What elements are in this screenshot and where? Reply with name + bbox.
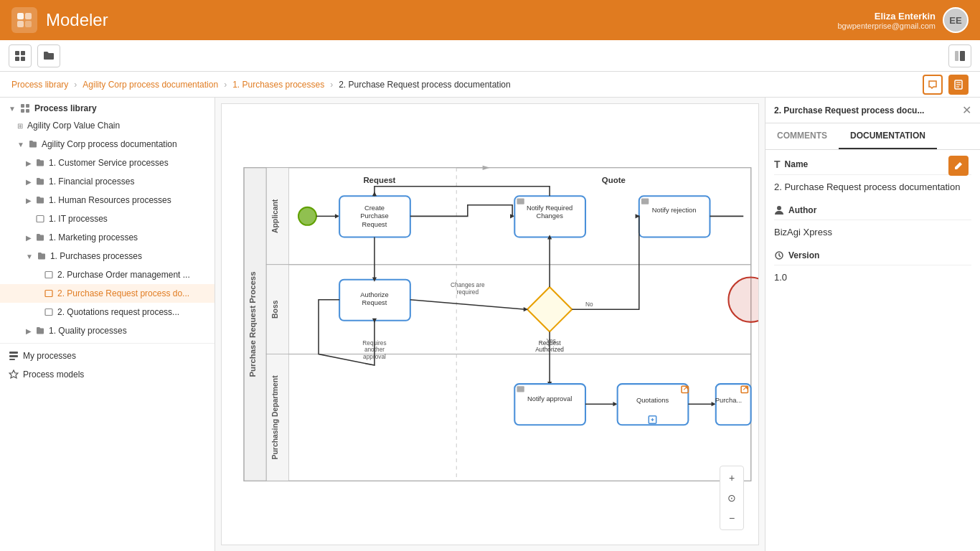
documentation-button[interactable] bbox=[948, 75, 969, 95]
sidebar-item-purchase-order[interactable]: ▶ 2. Purchase Order management ... bbox=[0, 265, 215, 284]
sidebar-header[interactable]: ▼ Process library bbox=[0, 98, 215, 116]
sidebar-item-my-processes[interactable]: My processes bbox=[0, 347, 215, 365]
svg-text:Applicant: Applicant bbox=[271, 199, 279, 233]
panel-section-version-title: Version bbox=[774, 250, 971, 265]
breadcrumb-sep-3: › bbox=[330, 80, 333, 90]
svg-rect-24 bbox=[9, 359, 15, 360]
svg-rect-7 bbox=[21, 57, 25, 61]
svg-text:Request: Request bbox=[362, 221, 387, 228]
folder-button[interactable] bbox=[37, 44, 60, 67]
breadcrumb-process-library[interactable]: Process library bbox=[11, 80, 68, 90]
zoom-reset-button[interactable]: ⊙ bbox=[723, 489, 740, 507]
panel-author-value: BizAgi Xpress bbox=[774, 226, 971, 239]
svg-rect-1 bbox=[25, 13, 32, 19]
sidebar-item-purchase-request[interactable]: ▶ 2. Purchase Request process do... bbox=[0, 284, 215, 303]
right-panel-close-button[interactable]: ✕ bbox=[962, 103, 971, 117]
svg-rect-52 bbox=[517, 198, 524, 204]
sidebar-label-quality: 1. Quality processes bbox=[49, 326, 127, 336]
svg-text:Notify rejection: Notify rejection bbox=[652, 207, 697, 214]
user-name: Eliza Enterkin bbox=[837, 11, 936, 22]
panel-section-author-title: Author bbox=[774, 205, 971, 220]
sidebar-item-customer[interactable]: ▶ 1. Customer Service processes bbox=[0, 154, 215, 172]
svg-rect-6 bbox=[15, 57, 19, 61]
app-title: Modeler bbox=[46, 10, 108, 30]
app-header: Modeler Eliza Enterkin bgwpenterprise@gm… bbox=[0, 0, 980, 40]
svg-point-102 bbox=[777, 206, 781, 210]
svg-text:Purchase: Purchase bbox=[360, 212, 388, 220]
sidebar-item-purchases[interactable]: ▼ 1. Purchases processes bbox=[0, 247, 215, 265]
svg-rect-8 bbox=[955, 51, 958, 61]
svg-text:No: No bbox=[585, 301, 593, 308]
tab-comments[interactable]: COMMENTS bbox=[765, 123, 839, 149]
sidebar-label-purchase-request: 2. Purchase Request process do... bbox=[57, 288, 189, 298]
sidebar-label-purchase-order: 2. Purchase Order management ... bbox=[57, 270, 190, 280]
diagram-canvas[interactable]: Purchase Request Process Applicant Boss … bbox=[221, 103, 759, 545]
svg-text:Authorize: Authorize bbox=[360, 291, 388, 298]
sidebar-label-my-processes: My processes bbox=[23, 351, 76, 361]
svg-rect-15 bbox=[26, 104, 29, 108]
svg-rect-95 bbox=[716, 384, 751, 425]
svg-text:Purchase Request Process: Purchase Request Process bbox=[248, 271, 257, 377]
panel-content: T Name 2. Purchase Request process docum… bbox=[765, 150, 980, 551]
panel-section-author: Author BizAgi Xpress bbox=[774, 205, 971, 239]
breadcrumb-actions bbox=[923, 75, 969, 95]
sidebar-item-hr[interactable]: ▶ 1. Human Resources processes bbox=[0, 191, 215, 209]
sidebar-label-hr: 1. Human Resources processes bbox=[49, 195, 171, 205]
svg-text:Notify Required: Notify Required bbox=[527, 204, 573, 212]
tab-documentation[interactable]: DOCUMENTATION bbox=[839, 123, 937, 149]
sidebar-item-marketing[interactable]: ▶ 1. Marketing processes bbox=[0, 228, 215, 247]
sidebar-item-quality[interactable]: ▶ 1. Quality processes bbox=[0, 321, 215, 340]
breadcrumb-purchases[interactable]: 1. Purchases processes bbox=[232, 80, 324, 90]
sidebar-item-agility-corp[interactable]: ▼ Agility Corp process documentation bbox=[0, 135, 215, 154]
user-info: Eliza Enterkin bgwpenterprise@gmail.com bbox=[837, 11, 936, 30]
sidebar-label-financial: 1. Financial processes bbox=[49, 176, 134, 187]
svg-rect-0 bbox=[17, 13, 24, 19]
grid-view-button[interactable] bbox=[9, 44, 32, 67]
sidebar-label-quotations: 2. Quotations request process... bbox=[57, 307, 179, 317]
sidebar-item-financial[interactable]: ▶ 1. Financial processes bbox=[0, 172, 215, 191]
comment-button[interactable] bbox=[923, 75, 943, 95]
svg-rect-14 bbox=[21, 104, 24, 108]
sidebar: ▼ Process library ⊞ Agility Corp Value C… bbox=[0, 98, 215, 551]
sidebar-item-it[interactable]: ▶ 1. IT processes bbox=[0, 209, 215, 228]
sidebar-item-quotations[interactable]: ▶ 2. Quotations request process... bbox=[0, 303, 215, 321]
svg-text:Boss: Boss bbox=[271, 300, 279, 319]
avatar[interactable]: EE bbox=[943, 7, 969, 33]
sidebar-item-process-models[interactable]: Process models bbox=[0, 365, 215, 384]
svg-rect-57 bbox=[641, 198, 649, 204]
zoom-in-button[interactable]: + bbox=[723, 469, 740, 486]
right-panel-title: 2. Purchase Request process docu... bbox=[774, 105, 924, 116]
svg-rect-21 bbox=[45, 309, 52, 316]
panel-tabs: COMMENTS DOCUMENTATION bbox=[765, 123, 980, 150]
svg-text:Purchasing Department: Purchasing Department bbox=[271, 375, 279, 460]
sidebar-label-value-chain: Agility Corp Value Chain bbox=[27, 121, 120, 131]
header-right: Eliza Enterkin bgwpenterprise@gmail.com … bbox=[837, 7, 969, 33]
svg-rect-2 bbox=[17, 21, 24, 27]
sidebar-title: Process library bbox=[34, 103, 97, 113]
zoom-controls: + ⊙ − bbox=[720, 466, 744, 530]
svg-rect-9 bbox=[960, 51, 965, 61]
svg-point-43 bbox=[298, 207, 316, 225]
app-logo[interactable] bbox=[11, 7, 37, 33]
breadcrumb-agility-corp[interactable]: Agility Corp process documentation bbox=[83, 80, 218, 90]
panel-edit-button[interactable] bbox=[948, 156, 969, 176]
panel-section-version: Version 1.0 bbox=[774, 250, 971, 284]
sidebar-label-purchases: 1. Purchases processes bbox=[50, 251, 142, 261]
breadcrumb-sep-2: › bbox=[224, 80, 227, 90]
zoom-out-button[interactable]: − bbox=[723, 509, 740, 527]
panel-section-name-title: T Name bbox=[774, 159, 971, 175]
svg-rect-16 bbox=[21, 109, 24, 113]
svg-text:Notify approval: Notify approval bbox=[527, 395, 572, 402]
svg-rect-18 bbox=[37, 216, 44, 222]
sidebar-label-customer: 1. Customer Service processes bbox=[49, 158, 169, 168]
sidebar-item-value-chain[interactable]: ⊞ Agility Corp Value Chain bbox=[0, 116, 215, 135]
right-panel-header: 2. Purchase Request process docu... ✕ bbox=[765, 98, 980, 123]
svg-text:Quote: Quote bbox=[602, 176, 626, 184]
collapse-panel-button[interactable] bbox=[948, 44, 971, 67]
sidebar-label-marketing: 1. Marketing processes bbox=[49, 232, 138, 242]
svg-rect-17 bbox=[26, 109, 29, 113]
svg-text:Request: Request bbox=[362, 299, 387, 306]
svg-rect-5 bbox=[21, 51, 25, 55]
svg-rect-4 bbox=[15, 51, 19, 55]
sidebar-bottom: My processes Process models bbox=[0, 343, 215, 384]
